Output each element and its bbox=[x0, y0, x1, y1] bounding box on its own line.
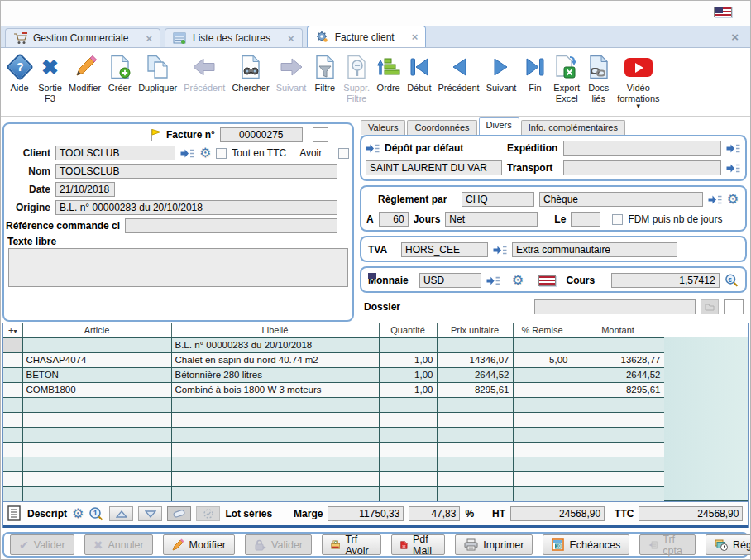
cell-article[interactable] bbox=[22, 442, 171, 457]
cell-article[interactable] bbox=[22, 471, 171, 486]
toolbar-suivant-nav[interactable]: Suivant bbox=[483, 51, 520, 93]
tabbar-close-icon[interactable]: × bbox=[731, 30, 739, 44]
cell-article[interactable] bbox=[22, 486, 171, 501]
toolbar-export-excel[interactable]: Export Excel bbox=[550, 51, 583, 104]
cell-montant[interactable] bbox=[572, 457, 664, 471]
toolbar-dupliquer[interactable]: Dupliquer bbox=[135, 51, 180, 93]
row-selector-cell[interactable] bbox=[3, 427, 22, 442]
cell-libelle[interactable]: B.L. n° 00000283 du 20/10/2018 bbox=[171, 337, 379, 352]
toolbar-video-formations[interactable]: Vidéo formations ▾ bbox=[614, 51, 663, 108]
move-line-down-button[interactable] bbox=[138, 506, 162, 521]
col-header-quantite[interactable]: Quantité bbox=[379, 323, 437, 337]
zoom-one-icon[interactable]: 1 bbox=[88, 506, 104, 522]
cell-montant[interactable]: 13628,77 bbox=[572, 352, 664, 367]
cell-remise[interactable] bbox=[513, 442, 572, 457]
cell-remise[interactable] bbox=[513, 457, 572, 471]
tva-code-field[interactable]: HORS_CEE bbox=[401, 242, 488, 257]
cell-libelle[interactable]: Combiné à bois 1800 W 3 moteurs bbox=[171, 382, 379, 397]
monnaie-code-field[interactable]: USD bbox=[419, 273, 482, 288]
toolbar-modifier[interactable]: Modifier bbox=[65, 51, 104, 93]
picker-list-icon[interactable] bbox=[366, 143, 380, 154]
col-header-remise[interactable]: % Remise bbox=[513, 323, 572, 337]
facture-flag-box[interactable] bbox=[313, 127, 328, 142]
cell-quantite[interactable] bbox=[379, 397, 437, 412]
toolbar-sortie[interactable]: ✖ Sortie F3 bbox=[35, 51, 65, 104]
cell-montant[interactable] bbox=[572, 486, 664, 501]
cell-montant[interactable] bbox=[572, 442, 664, 457]
cell-article[interactable] bbox=[22, 457, 171, 471]
row-selector-cell[interactable] bbox=[3, 412, 22, 427]
cell-quantite[interactable] bbox=[379, 486, 437, 501]
tab-facture-client[interactable]: Facture client × bbox=[307, 26, 427, 47]
cell-quantite[interactable] bbox=[379, 412, 437, 427]
imprimer-button[interactable]: Imprimer bbox=[455, 534, 533, 555]
dossier-field[interactable] bbox=[534, 299, 696, 314]
row-selector-cell[interactable] bbox=[3, 382, 22, 397]
cell-prix[interactable] bbox=[437, 486, 513, 501]
cell-article[interactable]: CHASAP4074 bbox=[22, 352, 171, 367]
origine-field[interactable]: B.L. n° 00000283 du 20/10/2018 bbox=[55, 200, 337, 215]
date-field[interactable]: 21/10/2018 bbox=[55, 182, 115, 197]
row-selector-cell[interactable] bbox=[3, 337, 22, 352]
pdf-mail-button[interactable]: Pdf Mail bbox=[391, 534, 445, 555]
cell-montant[interactable] bbox=[572, 337, 664, 352]
toolbar-ordre[interactable]: Ordre bbox=[373, 51, 404, 93]
cell-remise[interactable] bbox=[513, 471, 572, 486]
toolbar-docs-lies[interactable]: Docs liés bbox=[583, 51, 614, 104]
cell-article[interactable]: COMB1800 bbox=[22, 382, 171, 397]
cell-quantite[interactable] bbox=[379, 442, 437, 457]
cell-libelle[interactable]: Chalet en sapin du nord 40.74 m2 bbox=[171, 352, 379, 367]
cell-article[interactable] bbox=[22, 427, 171, 442]
echeances-button[interactable]: 10 Echéances bbox=[543, 534, 629, 555]
cell-libelle[interactable] bbox=[171, 471, 379, 486]
col-header-article[interactable]: Article bbox=[22, 323, 171, 337]
cell-quantite[interactable] bbox=[379, 457, 437, 471]
cell-prix[interactable] bbox=[437, 397, 513, 412]
cell-article[interactable] bbox=[22, 412, 171, 427]
cell-quantite[interactable]: 1,00 bbox=[379, 382, 437, 397]
depot-field[interactable]: SAINT LAURENT DU VAR bbox=[366, 160, 502, 175]
tab-valeurs[interactable]: Valeurs bbox=[361, 120, 405, 135]
tab-close-icon[interactable]: × bbox=[288, 32, 294, 45]
cell-remise[interactable]: 5,00 bbox=[513, 352, 572, 367]
cell-libelle[interactable] bbox=[171, 486, 379, 501]
erase-line-button[interactable] bbox=[167, 506, 191, 521]
facture-no-field[interactable]: 00000275 bbox=[220, 127, 303, 142]
row-selector-cell[interactable] bbox=[3, 367, 22, 382]
cell-libelle[interactable]: Bétonnière 280 litres bbox=[171, 367, 379, 382]
row-selector-cell[interactable] bbox=[3, 442, 22, 457]
cell-montant[interactable] bbox=[572, 471, 664, 486]
tab-close-icon[interactable]: × bbox=[146, 32, 152, 45]
picker-list-icon[interactable] bbox=[486, 275, 500, 286]
cell-quantite[interactable] bbox=[379, 337, 437, 352]
cell-libelle[interactable] bbox=[171, 427, 379, 442]
cell-montant[interactable]: 2644,52 bbox=[572, 367, 664, 382]
tout-en-ttc-checkbox[interactable] bbox=[216, 148, 227, 159]
le-field[interactable] bbox=[571, 212, 600, 227]
delai-type-field[interactable]: Net bbox=[445, 212, 538, 227]
regler-button[interactable]: Régler bbox=[706, 534, 751, 555]
tab-divers[interactable]: Divers bbox=[479, 117, 519, 135]
toolbar-fin[interactable]: Fin bbox=[519, 51, 550, 93]
picker-list-icon[interactable] bbox=[726, 143, 740, 154]
expedition-field[interactable] bbox=[563, 141, 721, 156]
tab-liste-des-factures[interactable]: Liste des factures × bbox=[165, 28, 303, 47]
tab-gestion-commerciale[interactable]: Gestion Commerciale × bbox=[5, 28, 160, 47]
language-flag-icon[interactable] bbox=[714, 7, 732, 17]
nom-field[interactable]: TOOLSCLUB bbox=[55, 164, 337, 179]
cell-prix[interactable]: 8295,61 bbox=[437, 382, 513, 397]
cell-article[interactable]: BETON bbox=[22, 367, 171, 382]
reglement-name-field[interactable]: Chèque bbox=[539, 192, 703, 207]
cell-remise[interactable] bbox=[513, 427, 572, 442]
row-selector-cell[interactable] bbox=[3, 471, 22, 486]
toolbar-creer[interactable]: Créer bbox=[104, 51, 135, 93]
texte-libre-field[interactable] bbox=[8, 248, 348, 287]
dossier-flag-box[interactable] bbox=[724, 299, 744, 314]
toolbar-filtre[interactable]: Filtre bbox=[309, 51, 340, 93]
tva-name-field[interactable]: Extra communautaire bbox=[512, 242, 677, 257]
cell-libelle[interactable] bbox=[171, 457, 379, 471]
toolbar-aide[interactable]: ? Aide bbox=[4, 51, 35, 93]
cell-prix[interactable] bbox=[437, 471, 513, 486]
tab-info-complementaires[interactable]: Info. complémentaires bbox=[521, 120, 625, 135]
trf-avoir-button[interactable]: Trf Avoir bbox=[322, 534, 381, 555]
